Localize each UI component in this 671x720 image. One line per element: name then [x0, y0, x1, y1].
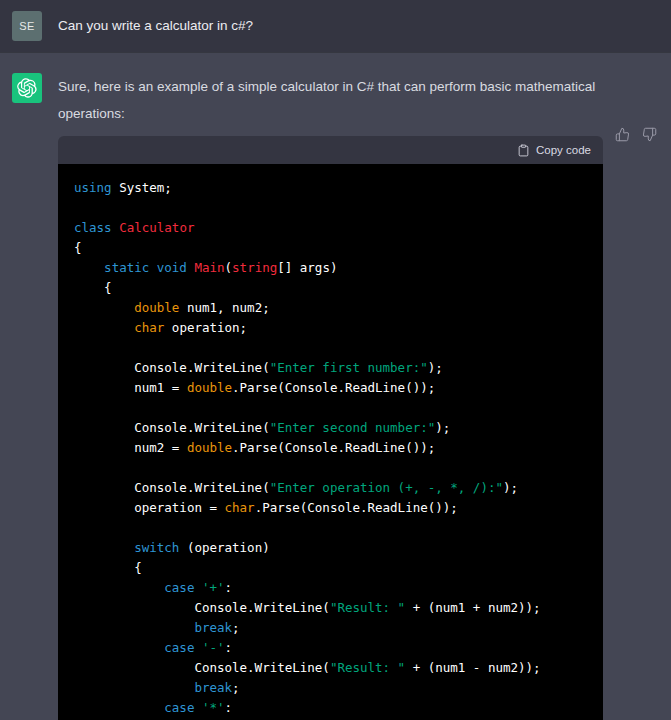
copy-code-label: Copy code [536, 144, 591, 156]
thumbs-up-icon [615, 127, 630, 142]
code-line: num2 = double.Parse(Console.ReadLine()); [74, 438, 587, 458]
code-line: { [74, 238, 587, 258]
code-line: { [74, 278, 587, 298]
code-line: Console.WriteLine("Enter operation (+, -… [74, 478, 587, 498]
assistant-message-content: Sure, here is an example of a simple cal… [58, 73, 655, 720]
feedback-buttons [615, 127, 657, 142]
thumbs-down-icon [642, 127, 657, 142]
code-line: double num1, num2; [74, 298, 587, 318]
code-line: Console.WriteLine("Enter first number:")… [74, 358, 587, 378]
thumbs-down-button[interactable] [642, 127, 657, 142]
code-line: class Calculator [74, 218, 587, 238]
assistant-message-row: Sure, here is an example of a simple cal… [0, 52, 671, 720]
code-line: Console.WriteLine("Enter second number:"… [74, 418, 587, 438]
code-line [74, 198, 587, 218]
assistant-intro-line-2: operations: [58, 100, 606, 127]
code-line [74, 398, 587, 418]
code-line [74, 518, 587, 538]
code-line: static void Main(string[] args) [74, 258, 587, 278]
code-line: { [74, 558, 587, 578]
code-line: Console.WriteLine("Result: " + (num1 - n… [74, 658, 587, 678]
code-line: operation = char.Parse(Console.ReadLine(… [74, 498, 587, 518]
code-line: case '*': [74, 698, 587, 718]
code-line [74, 338, 587, 358]
chat-window: SE Can you write a calculator in c#? Sur… [0, 0, 671, 720]
code-line: using System; [74, 178, 587, 198]
code-block-header: Copy code [58, 136, 603, 164]
code-line: num1 = double.Parse(Console.ReadLine()); [74, 378, 587, 398]
chatgpt-avatar [12, 73, 42, 103]
user-message-text: Can you write a calculator in c#? [58, 11, 253, 41]
code-line: switch (operation) [74, 538, 587, 558]
copy-code-button[interactable]: Copy code [517, 144, 591, 157]
code-content: using System; class Calculator{ static v… [58, 164, 603, 720]
code-line: break; [74, 678, 587, 698]
code-line: Console.WriteLine("Result: " + (num1 + n… [74, 598, 587, 618]
code-line [74, 458, 587, 478]
assistant-intro-line-1: Sure, here is an example of a simple cal… [58, 73, 606, 100]
user-message-row: SE Can you write a calculator in c#? [0, 0, 671, 52]
code-block: Copy code using System; class Calculator… [58, 136, 603, 720]
code-line: case '-': [74, 638, 587, 658]
code-line: char operation; [74, 318, 587, 338]
thumbs-up-button[interactable] [615, 127, 630, 142]
user-avatar: SE [12, 11, 42, 41]
code-line: case '+': [74, 578, 587, 598]
code-line: break; [74, 618, 587, 638]
clipboard-icon [517, 144, 530, 157]
openai-logo-icon [17, 78, 37, 98]
